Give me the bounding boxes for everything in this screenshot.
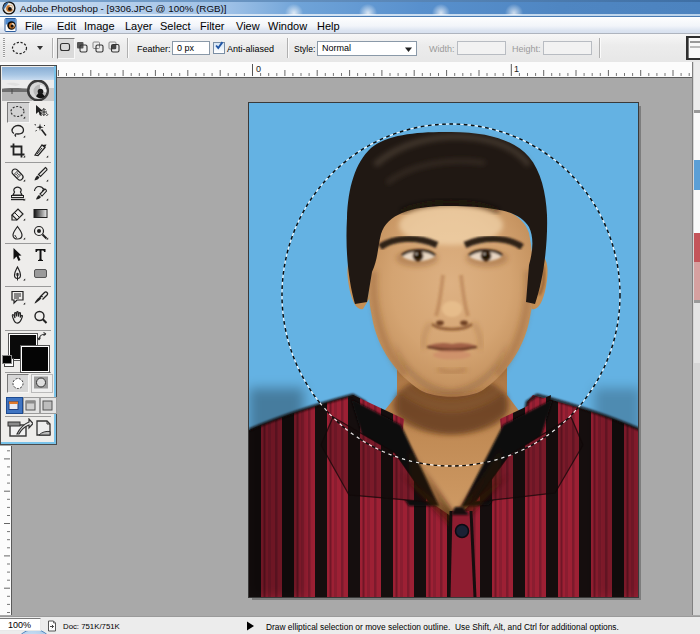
svg-text:1: 1 xyxy=(514,64,519,74)
svg-text:0: 0 xyxy=(256,64,261,74)
